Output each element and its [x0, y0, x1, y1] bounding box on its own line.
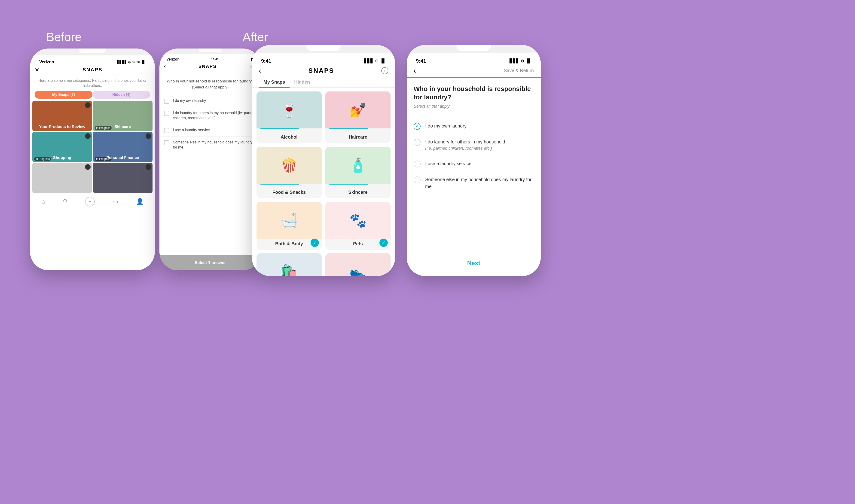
radio-1[interactable] — [414, 123, 421, 130]
status-icons-3: ▋▋▋ ⊙ ▐▌ — [364, 58, 386, 64]
snap-card-img-pets: 🐾 — [325, 202, 391, 239]
snap-check-bath: ✓ — [310, 239, 319, 247]
cell-misc1[interactable]: − — [32, 163, 92, 193]
snap-card-food[interactable]: 🍿 Food & Snacks — [256, 147, 322, 198]
app-header-2: ‹ SNAPS Skip — [159, 61, 261, 71]
snap-card-img-haircare: 💅 — [325, 91, 391, 128]
question-title: Who in your household is responsible for… — [414, 85, 534, 102]
carrier: Verizon — [39, 59, 54, 65]
option4-2[interactable]: I do laundry for others in my household … — [407, 134, 541, 156]
snap-card-shopping[interactable]: 🛍️ Shopping — [256, 253, 322, 276]
wifi-icon-4: ⊙ — [521, 58, 524, 64]
wifi-icon-3: ⊙ — [375, 58, 378, 64]
app-header-4: ‹ Save & Return — [407, 64, 541, 78]
snap-card-img-shopping: 🛍️ — [256, 253, 322, 276]
option4-1[interactable]: I do my own laundry — [407, 118, 541, 134]
radio-4[interactable] — [414, 177, 421, 183]
snap-bar-haircare — [329, 128, 368, 129]
option-3[interactable]: I use a laundry service — [159, 124, 261, 136]
nav-home-icon[interactable]: ⌂ — [41, 198, 45, 205]
option4-3[interactable]: I use a laundry service — [407, 156, 541, 172]
checkbox-2[interactable] — [164, 111, 169, 116]
snaps-grid: − Your Products to Review In Progress Sk… — [30, 101, 155, 193]
phone-before-survey: Verizon 10:40 ▐▌ ‹ SNAPS Skip Who in you… — [159, 49, 261, 270]
app-title-3: SNAPS — [308, 67, 334, 74]
status-bar-2: Verizon 10:40 ▐▌ — [159, 54, 261, 61]
cell-badge: − — [85, 102, 91, 108]
status-bar: Verizon ▋▋▋▋ ⊙ 09:36 ▐▌ — [30, 55, 155, 65]
radio-3[interactable] — [414, 161, 421, 167]
snap-card-img-alcohol: 🍷 — [256, 91, 322, 128]
snap-card-haircare[interactable]: 💅 Haircare — [325, 91, 391, 143]
checkbox-3[interactable] — [164, 128, 169, 133]
radio-2[interactable] — [414, 139, 421, 146]
next-button[interactable]: Next — [407, 259, 541, 267]
cell-badge-shopping: − — [85, 133, 91, 139]
subtitle: Here are some snap categories. Participa… — [30, 75, 155, 91]
checkbox-4[interactable] — [164, 140, 169, 145]
nav-messages-icon[interactable]: ▭ — [112, 198, 118, 205]
signal-icon-4: ▋▋▋ — [510, 58, 519, 64]
tab-hidden[interactable]: Hidden (4) — [92, 91, 150, 98]
option4-4[interactable]: Someone else in my household does my lau… — [407, 172, 541, 194]
cell-misc2[interactable]: − — [93, 163, 153, 193]
info-button[interactable]: i — [381, 67, 388, 74]
option-text4-2: I do laundry for others in my household … — [425, 138, 505, 151]
snap-card-fitness[interactable]: 👟 Fitness — [325, 253, 391, 276]
option-4[interactable]: Someone else in my household does my lau… — [159, 136, 261, 154]
option-1[interactable]: I do my own laundry — [159, 95, 261, 107]
time: 09:36 — [132, 60, 140, 64]
option-text4-1: I do my own laundry — [425, 122, 466, 129]
app-header: ✕ SNAPS — [30, 65, 155, 75]
cell-skincare[interactable]: In Progress Skincare — [93, 101, 153, 131]
app-title: SNAPS — [83, 67, 102, 73]
snap-card-img-skincare: 🧴 — [325, 147, 391, 184]
snap-bar-alcohol — [260, 128, 299, 129]
status-bar-3: 9:41 ▋▋▋ ⊙ ▐▌ — [252, 53, 395, 64]
back-button-3[interactable]: ‹ — [259, 66, 261, 75]
snap-card-alcohol[interactable]: 🍷 Alcohol — [256, 91, 322, 143]
question-sub: Select all that apply — [414, 104, 534, 109]
back-button-2[interactable]: ‹ — [164, 63, 166, 69]
carrier-2: Verizon — [166, 57, 180, 61]
tab2-hidden[interactable]: Hidden — [289, 77, 315, 87]
snap-bar-skincare — [329, 184, 368, 184]
snap-card-pets[interactable]: 🐾 ✓ Pets — [325, 202, 391, 250]
cell-products[interactable]: − Your Products to Review — [32, 101, 92, 131]
cell-label-finance: Personal Finance — [93, 154, 153, 162]
cell-label: Your Products to Review — [32, 123, 92, 131]
cell-shopping[interactable]: − In Progress Shopping — [32, 132, 92, 162]
question-section: Who in your household is responsible for… — [407, 78, 541, 118]
checkbox-1[interactable] — [164, 98, 169, 104]
option-text-3: I use a laundry service — [173, 127, 210, 132]
snap-bar-food — [260, 184, 299, 184]
snap-card-bath[interactable]: 🛁 ✓ Bath & Body — [256, 202, 322, 250]
survey-question: Who in your household is responsible for… — [159, 71, 261, 95]
cell-badge-misc1: − — [85, 164, 91, 170]
signal-icon: ▋▋▋▋ — [117, 60, 127, 64]
snap-card-img-food: 🍿 — [256, 147, 322, 184]
before-label: Before — [46, 30, 82, 44]
option-text-4: Someone else in my household does my lau… — [173, 140, 256, 150]
tab-my-snaps[interactable]: My Snaps (7) — [35, 91, 92, 98]
snap-card-skincare[interactable]: 🧴 Skincare — [325, 147, 391, 198]
option-text4-3: I use a laundry service — [425, 160, 471, 167]
nav-search-icon[interactable]: ⚲ — [63, 198, 67, 205]
close-button[interactable]: ✕ — [35, 67, 39, 73]
cell-finance[interactable]: − In Progress Personal Finance — [93, 132, 153, 162]
cell-badge-misc2: − — [146, 164, 151, 170]
select-answer-button[interactable]: Select 1 answer — [159, 255, 261, 270]
snap-card-img-bath: 🛁 — [256, 202, 322, 239]
time-2: 10:40 — [211, 58, 219, 61]
app-title-2: SNAPS — [198, 64, 217, 69]
nav-add-icon[interactable]: + — [85, 197, 95, 206]
back-button-4[interactable]: ‹ — [414, 66, 416, 75]
tab2-my-snaps[interactable]: My Snaps — [259, 77, 289, 88]
snap-grid: 🍷 Alcohol 💅 Haircare 🍿 Food & Snacks 🧴 S… — [252, 91, 395, 276]
phone-after-snaps: 9:41 ▋▋▋ ⊙ ▐▌ ‹ SNAPS i My Snaps Hidden … — [252, 45, 395, 276]
time-4: 9:41 — [416, 58, 426, 64]
option-2[interactable]: I do laundry for others in my household … — [159, 107, 261, 124]
save-return-button[interactable]: Save & Return — [504, 68, 534, 73]
nav-profile-icon[interactable]: 👤 — [136, 198, 143, 205]
tabs2-container: My Snaps Hidden — [252, 77, 395, 88]
